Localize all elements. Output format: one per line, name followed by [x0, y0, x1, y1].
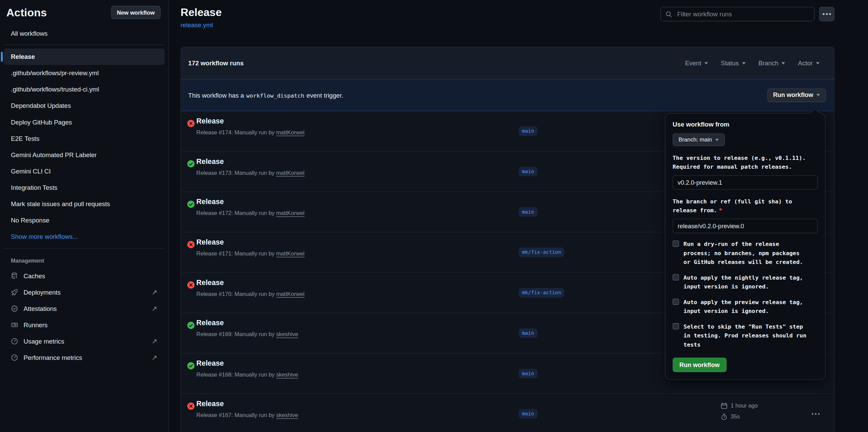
management-item-icon — [11, 305, 18, 312]
workflow-file-link[interactable]: release.yml — [181, 21, 213, 29]
run-title-link[interactable]: Release — [197, 157, 305, 166]
branch-badge[interactable]: main — [519, 409, 537, 419]
branch-badge[interactable]: mk/fix-action — [519, 248, 564, 257]
workflow-item-label: .github/workflows/pr-review.yml — [11, 69, 99, 77]
run-status-icon — [187, 322, 194, 329]
run-workflow-submit-button[interactable]: Run workflow — [673, 358, 726, 372]
checkbox-label: Run a dry-run of the release process; no… — [683, 239, 807, 267]
sidebar-item-workflow[interactable]: .github/workflows/pr-review.yml — [4, 65, 165, 81]
workflow-run-row[interactable]: Release Release #167: Manually run by sk… — [181, 394, 834, 432]
runs-card-header: 172 workflow runs Event Status Branch — [181, 47, 834, 79]
run-title-link[interactable]: Release — [197, 360, 298, 368]
management-list: Caches ↗ Deployments ↗ — [0, 268, 168, 366]
sidebar-item-workflow[interactable]: Dependabot Updates — [4, 98, 165, 114]
management-item-label: Runners — [23, 321, 48, 328]
run-title-link[interactable]: Release — [197, 198, 305, 206]
run-title-link[interactable]: Release — [197, 117, 305, 125]
popover-fields: The version to release (e.g., v0.1.11). … — [673, 153, 818, 233]
run-title-link[interactable]: Release — [197, 238, 305, 246]
checkbox[interactable] — [673, 323, 679, 330]
management-item-label: Attestations — [23, 305, 57, 312]
x-circle-icon — [187, 402, 194, 410]
sidebar-item-management[interactable]: Usage metrics ↗ — [4, 333, 165, 349]
filter-dropdown-label: Actor — [798, 60, 813, 67]
sidebar-item-workflow[interactable]: No Response — [4, 212, 165, 228]
x-circle-icon — [187, 241, 194, 248]
caret-down-icon — [742, 62, 746, 64]
workflow-item-label: Deploy GitHub Pages — [11, 118, 72, 126]
run-description: Release #174: Manually run by mattKorwel — [197, 129, 305, 136]
run-title-link[interactable]: Release — [197, 279, 305, 287]
filter-dropdown[interactable]: Actor — [798, 60, 820, 67]
sidebar-item-workflow[interactable]: E2E Tests — [4, 130, 165, 147]
checkbox[interactable] — [673, 299, 679, 305]
branch-badge[interactable]: main — [519, 127, 537, 136]
checkbox-row[interactable]: Auto apply the nightly release tag, inpu… — [673, 273, 818, 291]
branch-badge[interactable]: main — [519, 369, 537, 378]
filter-dropdown[interactable]: Branch — [758, 60, 785, 67]
sidebar-item-workflow[interactable]: Gemini CLI CI — [4, 163, 165, 179]
sidebar-item-management[interactable]: Performance metrics ↗ — [4, 349, 165, 366]
sidebar-item-all-workflows[interactable]: All workflows — [4, 26, 165, 41]
run-actor-link[interactable]: skeshive — [276, 412, 298, 418]
check-circle-icon — [187, 160, 194, 167]
filter-dropdown[interactable]: Status — [721, 60, 746, 67]
workflow-item-label: Release — [11, 53, 35, 60]
page-kebab-menu-button[interactable] — [819, 7, 834, 21]
field-description: The branch or ref (full git sha) to rele… — [673, 197, 818, 215]
branch-selector-button[interactable]: Branch: main — [673, 133, 725, 146]
run-description: Release #169: Manually run by skeshive — [197, 331, 298, 338]
sidebar-item-workflow[interactable]: Release — [4, 49, 165, 65]
branch-badge[interactable]: main — [519, 207, 537, 217]
workflow-text-input[interactable] — [673, 175, 818, 190]
run-actor-link[interactable]: mattKorwel — [276, 210, 304, 217]
sidebar-item-workflow[interactable]: Mark stale issues and pull requests — [4, 196, 165, 212]
new-workflow-button[interactable]: New workflow — [111, 6, 160, 19]
run-actor-link[interactable]: mattKorwel — [276, 170, 304, 176]
checkbox[interactable] — [673, 274, 679, 281]
management-item-icon — [11, 288, 18, 296]
run-kebab-menu-button[interactable] — [809, 410, 822, 417]
caret-down-icon — [816, 62, 820, 64]
sidebar-item-management[interactable]: Runners ↗ — [4, 317, 165, 333]
show-more-workflows-link[interactable]: Show more workflows... — [4, 228, 165, 245]
sidebar-item-management[interactable]: Caches ↗ — [4, 268, 165, 284]
sidebar-item-workflow[interactable]: Integration Tests — [4, 179, 165, 196]
checkbox-label: Auto apply the preview release tag, inpu… — [683, 298, 807, 316]
workflow-item-label: Dependabot Updates — [11, 102, 71, 109]
sidebar-item-management[interactable]: Deployments ↗ — [4, 284, 165, 300]
check-circle-icon — [187, 201, 194, 208]
run-actor-link[interactable]: mattKorwel — [276, 250, 304, 257]
filter-workflow-runs-box[interactable] — [660, 7, 815, 21]
run-workflow-popover: Use workflow from Branch: main The versi… — [665, 113, 826, 380]
checkbox-row[interactable]: Auto apply the preview release tag, inpu… — [673, 298, 818, 316]
check-circle-icon — [187, 362, 194, 369]
branch-badge[interactable]: main — [519, 167, 537, 176]
run-actor-link[interactable]: mattKorwel — [276, 291, 304, 297]
workflow-text-input[interactable] — [673, 219, 818, 233]
run-title-link[interactable]: Release — [197, 319, 298, 327]
sidebar-item-workflow[interactable]: Gemini Automated PR Labeler — [4, 147, 165, 163]
run-actor-link[interactable]: skeshive — [276, 331, 298, 338]
run-actor-link[interactable]: skeshive — [276, 372, 298, 378]
sidebar-item-workflow[interactable]: Deploy GitHub Pages — [4, 114, 165, 130]
runs-count: 172 workflow runs — [188, 60, 244, 67]
branch-badge[interactable]: mk/fix-action — [519, 288, 564, 297]
run-actor-link[interactable]: mattKorwel — [276, 129, 304, 136]
workflow-item-label: No Response — [11, 216, 49, 223]
filter-dropdown[interactable]: Event — [685, 60, 708, 67]
sidebar-item-workflow[interactable]: .github/workflows/trusted-ci.yml — [4, 81, 165, 98]
sidebar-item-management[interactable]: Attestations ↗ — [4, 300, 165, 317]
run-description: Release #172: Manually run by mattKorwel — [197, 210, 305, 217]
run-workflow-dropdown-button[interactable]: Run workflow — [767, 88, 826, 102]
checkbox[interactable] — [673, 240, 679, 247]
run-status-icon — [187, 120, 194, 127]
workflow-dispatch-banner: This workflow has a workflow_dispatch ev… — [181, 79, 834, 111]
checkbox-row[interactable]: Select to skip the "Run Tests" step in t… — [673, 322, 818, 349]
run-title-link[interactable]: Release — [197, 400, 298, 408]
branch-badge[interactable]: main — [519, 328, 537, 338]
checkbox-label: Auto apply the nightly release tag, inpu… — [683, 273, 807, 291]
caret-down-icon — [704, 62, 708, 64]
filter-workflow-runs-input[interactable] — [676, 10, 810, 18]
checkbox-row[interactable]: Run a dry-run of the release process; no… — [673, 239, 818, 267]
